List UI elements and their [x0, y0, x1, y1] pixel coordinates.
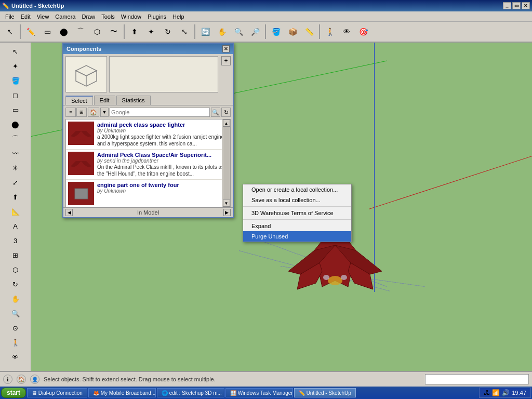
list-item[interactable]: Admiral Peck Class Space/Air Superiorit.…	[66, 150, 230, 180]
status-measurement-box[interactable]	[425, 374, 529, 384]
ctx-open-local[interactable]: Open or create a local collection...	[243, 184, 351, 195]
view-grid-button[interactable]: ⊞	[76, 108, 87, 117]
search-refresh-button[interactable]: ↻	[221, 108, 231, 117]
tab-select[interactable]: Select	[65, 96, 93, 105]
tool-circle[interactable]: ⬤	[56, 24, 72, 39]
tool-pencil[interactable]: ✏️	[23, 24, 38, 39]
ctx-expand[interactable]: Expand	[243, 221, 351, 231]
search-input[interactable]	[110, 108, 210, 117]
menu-edit[interactable]: Edit	[18, 12, 34, 21]
tool-push-pull[interactable]: ⬆	[127, 24, 142, 39]
left-pan-tool[interactable]: ✋	[9, 292, 22, 305]
left-paint-tool[interactable]: 🪣	[9, 74, 22, 87]
menu-plugins[interactable]: Plugins	[144, 12, 169, 21]
ctx-save-local[interactable]: Save as a local collection...	[243, 195, 351, 205]
components-scrollbar[interactable]: ▲ ▼	[222, 119, 230, 207]
left-free-tool[interactable]: 〰	[9, 147, 22, 160]
ctx-3d-warehouse[interactable]: 3D Warehouse Terms of Service	[243, 208, 351, 218]
view-list-button[interactable]: ≡	[65, 108, 76, 117]
close-button[interactable]: ✕	[522, 2, 530, 9]
tool-component[interactable]: 📦	[285, 24, 300, 39]
tool-pan[interactable]: ✋	[214, 24, 230, 39]
left-scale-tool[interactable]: ⤢	[9, 176, 22, 189]
left-move-tool[interactable]: ✦	[9, 59, 22, 73]
tool-walk[interactable]: 🚶	[322, 24, 338, 39]
tool-zoom[interactable]: 🔍	[231, 24, 246, 39]
left-look-tool[interactable]: 👁	[9, 350, 22, 364]
ctx-purge-unused[interactable]: Purge Unused	[243, 231, 351, 242]
tool-zoom-extent[interactable]: 🔎	[247, 24, 263, 39]
left-push-tool[interactable]: ⬆	[9, 190, 22, 204]
left-orbit-tool[interactable]: ↻	[9, 277, 22, 291]
tool-rotate[interactable]: ↻	[160, 24, 176, 39]
list-item[interactable]: admiral peck class space fighter by Unkn…	[66, 119, 230, 150]
components-titlebar[interactable]: Components ✕	[63, 44, 233, 54]
scroll-down-button[interactable]: ▼	[223, 200, 230, 207]
tool-rectangle[interactable]: ▭	[39, 24, 55, 39]
left-walk-tool[interactable]: 🚶	[9, 336, 22, 349]
components-title: Components	[66, 46, 101, 52]
toolbar-separator-2	[124, 24, 125, 39]
tab-statistics[interactable]: Statistics	[116, 96, 151, 105]
status-info-icon[interactable]: ℹ	[3, 375, 12, 384]
left-select-tool[interactable]: ↖	[9, 45, 22, 58]
taskbar-item-2[interactable]: 🌐 edit : Sketchup 3D m...	[157, 388, 224, 397]
menu-view[interactable]: View	[34, 12, 52, 21]
left-text-tool[interactable]: A	[9, 219, 22, 233]
tool-freehand[interactable]: 〜	[106, 24, 122, 39]
tab-edit[interactable]: Edit	[94, 96, 115, 105]
viewport[interactable]: Components ✕ + Select Edit Statistics	[31, 43, 532, 371]
taskbar-item-4[interactable]: ✏️ Untitled - SketchUp	[294, 388, 356, 397]
component-desc-1: a 2000kg light space fighter with 2 fusi…	[97, 134, 228, 147]
left-eraser-tool[interactable]: ◻	[9, 88, 22, 102]
left-circle-tool[interactable]: ⬤	[9, 117, 22, 131]
taskbar-item-0[interactable]: 🖥 Dial-up Connection	[27, 388, 87, 397]
tool-measure[interactable]: 📏	[301, 24, 317, 39]
maximize-button[interactable]: ▭	[512, 2, 521, 9]
left-axes-tool[interactable]: ⊞	[9, 248, 22, 262]
start-button[interactable]: start	[1, 388, 26, 398]
taskbar-icon-0: 🖥	[32, 390, 37, 396]
left-prev-tool[interactable]: ⊙	[9, 321, 22, 335]
left-zoom-tool[interactable]: 🔍	[9, 307, 22, 320]
menu-tools[interactable]: Tools	[98, 12, 118, 21]
component-name-1: admiral peck class space fighter	[97, 122, 228, 128]
footer-scroll-left[interactable]: ◀	[65, 209, 73, 216]
left-3d-text-tool[interactable]: 3	[9, 234, 22, 247]
component-by-1: by Unknown	[97, 128, 228, 134]
minimize-button[interactable]: _	[503, 2, 511, 9]
tool-position[interactable]: 🎯	[355, 24, 371, 39]
tool-scale[interactable]: ⤡	[177, 24, 192, 39]
tool-polygon[interactable]: ⬡	[89, 24, 105, 39]
left-section-tool[interactable]: ⬡	[9, 263, 22, 276]
menu-draw[interactable]: Draw	[78, 12, 98, 21]
components-close-button[interactable]: ✕	[222, 45, 230, 52]
left-rectangle-tool[interactable]: ▭	[9, 103, 22, 116]
tool-move[interactable]: ✦	[143, 24, 159, 39]
home-button[interactable]: 🏠	[88, 108, 99, 117]
status-home-icon[interactable]: 🏠	[17, 375, 26, 384]
left-arc-tool[interactable]: ⌒	[9, 132, 22, 145]
taskbar-item-3[interactable]: 🪟 Windows Task Manager	[225, 388, 293, 397]
menu-file[interactable]: File	[2, 12, 18, 21]
footer-scroll-right[interactable]: ▶	[223, 209, 231, 216]
scroll-thumb[interactable]	[223, 127, 230, 199]
tool-orbit[interactable]: 🔄	[197, 24, 213, 39]
menu-camera[interactable]: Camera	[52, 12, 78, 21]
tool-paint[interactable]: 🪣	[268, 24, 284, 39]
status-person-icon[interactable]: 👤	[30, 375, 39, 384]
menu-help[interactable]: Help	[169, 12, 188, 21]
taskbar-item-1[interactable]: 🦊 My Mobile Broadband...	[88, 388, 156, 397]
menu-window[interactable]: Window	[118, 12, 144, 21]
left-rotate-tool[interactable]: ✳	[9, 161, 22, 175]
tool-arc[interactable]: ⌒	[73, 24, 88, 39]
tool-select[interactable]: ↖	[2, 24, 18, 39]
toolbar: ↖ ✏️ ▭ ⬤ ⌒ ⬡ 〜 ⬆ ✦ ↻ ⤡ 🔄 ✋ 🔍 🔎 🪣 📦 📏 🚶 👁…	[0, 22, 532, 43]
left-tape-tool[interactable]: 📐	[9, 205, 22, 218]
model-dropdown-button[interactable]: ▼	[100, 108, 109, 117]
add-component-button[interactable]: +	[221, 56, 231, 65]
tool-look[interactable]: 👁	[339, 24, 354, 39]
list-item[interactable]: engine part one of twenty four by Unknow…	[66, 180, 230, 207]
search-button[interactable]: 🔍	[211, 108, 220, 117]
scroll-up-button[interactable]: ▲	[223, 119, 230, 127]
